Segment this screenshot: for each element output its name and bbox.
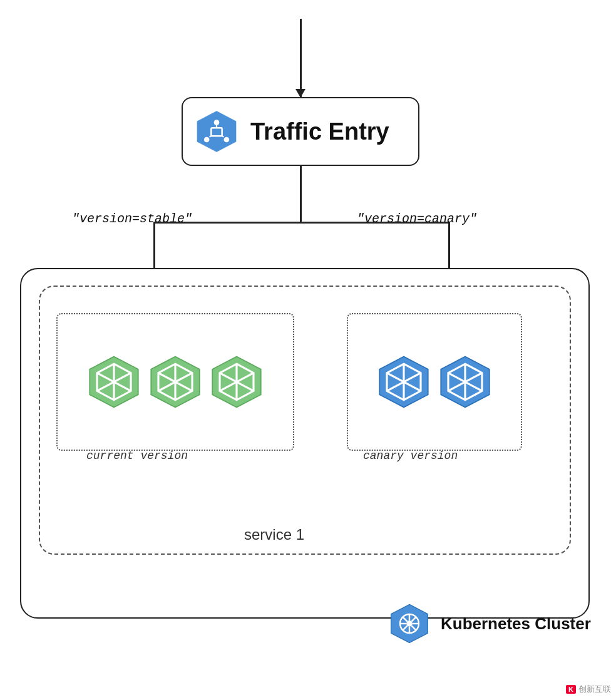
branch-label-right: "version=canary" [357, 212, 477, 226]
svg-point-2 [214, 120, 220, 125]
arrow-mid [300, 166, 302, 222]
svg-point-35 [406, 620, 413, 627]
arrow-top [300, 19, 302, 97]
pod-green-2 [147, 354, 203, 410]
canary-version-box [347, 313, 522, 451]
svg-point-4 [224, 137, 230, 143]
k8s-icon [388, 602, 431, 645]
pod-green-1 [86, 354, 142, 410]
traffic-entry-icon [194, 109, 239, 154]
current-version-label: current version [86, 450, 188, 462]
current-version-box [56, 313, 294, 451]
watermark-icon: K [566, 685, 576, 694]
watermark-text: 创新互联 [578, 684, 611, 695]
watermark: K 创新互联 [566, 684, 611, 695]
pod-blue-1 [376, 354, 432, 410]
svg-line-6 [209, 136, 211, 136]
canary-version-pods [348, 314, 521, 450]
svg-point-3 [204, 137, 210, 143]
k8s-cluster-text: Kubernetes Cluster [441, 614, 591, 634]
pod-blue-2 [437, 354, 493, 410]
canary-version-label: canary version [363, 450, 458, 462]
traffic-entry-box: Traffic Entry [182, 97, 419, 166]
branch-label-left: "version=stable" [72, 212, 192, 226]
svg-line-7 [222, 136, 224, 136]
diagram-container: Traffic Entry "version=stable" "version=… [0, 0, 616, 700]
traffic-entry-label: Traffic Entry [250, 118, 389, 145]
svg-marker-0 [197, 111, 236, 152]
k8s-cluster-label-area: Kubernetes Cluster [388, 602, 591, 645]
current-version-pods [58, 314, 293, 450]
service1-label: service 1 [244, 526, 304, 543]
pod-green-3 [208, 354, 265, 410]
